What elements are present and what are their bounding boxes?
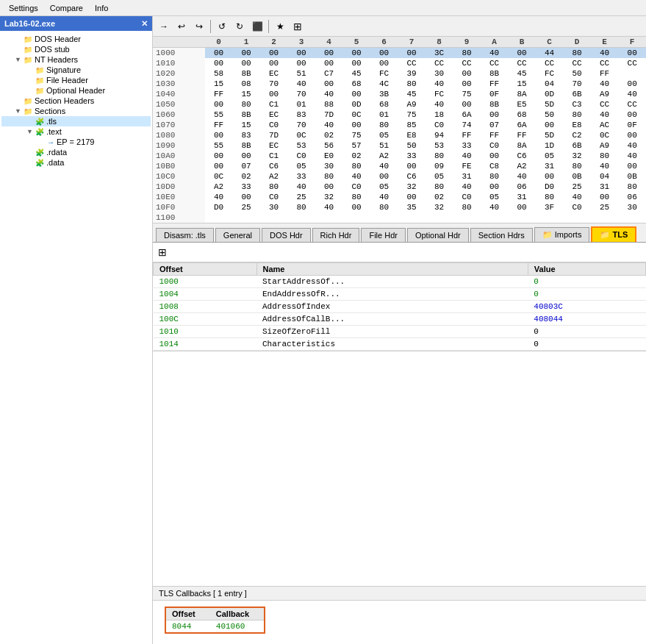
hex-byte-cell[interactable]: 07 bbox=[481, 120, 509, 130]
hex-byte-cell[interactable]: 8B bbox=[232, 68, 260, 79]
hex-byte-cell[interactable] bbox=[260, 212, 288, 223]
hex-byte-cell[interactable]: 8B bbox=[232, 110, 260, 120]
hex-byte-cell[interactable]: 40 bbox=[370, 192, 398, 202]
hex-byte-cell[interactable]: 25 bbox=[563, 182, 591, 192]
hex-byte-cell[interactable]: 00 bbox=[315, 182, 343, 192]
hex-byte-cell[interactable]: 00 bbox=[232, 192, 260, 202]
hex-byte-cell[interactable]: D0 bbox=[205, 202, 233, 212]
hex-byte-cell[interactable] bbox=[618, 68, 646, 79]
hex-byte-cell[interactable]: A2 bbox=[370, 151, 398, 161]
hex-byte-cell[interactable]: 00 bbox=[481, 182, 509, 192]
hex-byte-cell[interactable]: 70 bbox=[260, 79, 288, 89]
hex-byte-cell[interactable] bbox=[287, 212, 315, 223]
tree-item-signature[interactable]: 📁 Signature bbox=[1, 65, 151, 75]
hex-byte-cell[interactable]: 80 bbox=[563, 110, 591, 120]
hex-byte-cell[interactable]: 3F bbox=[536, 202, 564, 212]
hex-byte-cell[interactable]: 00 bbox=[232, 58, 260, 68]
hex-byte-cell[interactable]: 00 bbox=[260, 89, 288, 99]
hex-byte-cell[interactable]: 00 bbox=[205, 161, 233, 171]
hex-byte-cell[interactable]: 0C bbox=[205, 171, 233, 182]
toolbar-btn-redo[interactable]: ↻ bbox=[232, 18, 248, 35]
hex-byte-cell[interactable]: 40 bbox=[481, 202, 509, 212]
hex-byte-cell[interactable]: 75 bbox=[398, 110, 426, 120]
hex-byte-cell[interactable]: 00 bbox=[398, 48, 426, 59]
hex-byte-cell[interactable]: 80 bbox=[287, 202, 315, 212]
hex-byte-cell[interactable]: 33 bbox=[453, 140, 481, 151]
hex-byte-cell[interactable]: 70 bbox=[287, 120, 315, 130]
hex-byte-cell[interactable]: 8A bbox=[508, 89, 536, 99]
tab-optional-hdr[interactable]: Optional Hdr bbox=[407, 228, 469, 242]
hex-byte-cell[interactable]: 50 bbox=[536, 110, 564, 120]
hex-byte-cell[interactable]: C0 bbox=[563, 202, 591, 212]
hex-byte-cell[interactable]: C0 bbox=[260, 192, 288, 202]
hex-byte-cell[interactable]: 33 bbox=[287, 171, 315, 182]
hex-byte-cell[interactable]: 00 bbox=[342, 120, 370, 130]
hex-byte-cell[interactable]: A9 bbox=[398, 99, 426, 110]
hex-byte-cell[interactable] bbox=[205, 212, 233, 223]
hex-byte-cell[interactable]: 00 bbox=[398, 192, 426, 202]
hex-byte-cell[interactable]: 15 bbox=[232, 89, 260, 99]
hex-byte-cell[interactable]: 04 bbox=[536, 79, 564, 89]
tab-disasm[interactable]: Disasm: .tls bbox=[156, 228, 214, 242]
hex-byte-cell[interactable]: CC bbox=[453, 58, 481, 68]
hex-byte-cell[interactable]: 40 bbox=[591, 161, 619, 171]
hex-byte-cell[interactable]: 09 bbox=[426, 161, 453, 171]
hex-byte-cell[interactable]: A9 bbox=[591, 140, 619, 151]
hex-byte-cell[interactable]: 40 bbox=[342, 171, 370, 182]
hex-byte-cell[interactable]: 45 bbox=[342, 68, 370, 79]
menu-info[interactable]: Info bbox=[89, 2, 114, 14]
hex-byte-cell[interactable]: C6 bbox=[260, 161, 288, 171]
hex-byte-cell[interactable]: 06 bbox=[508, 182, 536, 192]
hex-byte-cell[interactable]: 15 bbox=[205, 79, 233, 89]
hex-byte-cell[interactable]: 25 bbox=[232, 202, 260, 212]
hex-byte-cell[interactable]: 05 bbox=[426, 171, 453, 182]
hex-byte-cell[interactable]: 31 bbox=[591, 182, 619, 192]
hex-byte-cell[interactable]: EC bbox=[260, 140, 288, 151]
hex-byte-cell[interactable]: 6A bbox=[453, 110, 481, 120]
hex-byte-cell[interactable]: 6B bbox=[563, 140, 591, 151]
hex-byte-cell[interactable]: 80 bbox=[342, 161, 370, 171]
hex-byte-cell[interactable]: 80 bbox=[370, 120, 398, 130]
hex-byte-cell[interactable]: 57 bbox=[342, 140, 370, 151]
hex-byte-cell[interactable]: C0 bbox=[453, 192, 481, 202]
hex-byte-cell[interactable]: 6B bbox=[563, 89, 591, 99]
hex-byte-cell[interactable]: A9 bbox=[591, 89, 619, 99]
hex-byte-cell[interactable]: 53 bbox=[287, 140, 315, 151]
hex-byte-cell[interactable] bbox=[232, 212, 260, 223]
tree-item-dos-stub[interactable]: 📁 DOS stub bbox=[1, 44, 151, 54]
hex-byte-cell[interactable]: FF bbox=[205, 89, 233, 99]
hex-byte-cell[interactable]: 33 bbox=[232, 182, 260, 192]
hex-byte-cell[interactable]: 80 bbox=[232, 99, 260, 110]
hex-byte-cell[interactable]: 55 bbox=[205, 140, 233, 151]
hex-byte-cell[interactable]: C0 bbox=[287, 151, 315, 161]
tab-toolbar-btn[interactable]: ⊞ bbox=[154, 244, 171, 260]
hex-byte-cell[interactable]: 32 bbox=[398, 182, 426, 192]
hex-byte-cell[interactable]: 00 bbox=[618, 48, 646, 59]
hex-byte-cell[interactable]: EC bbox=[260, 68, 288, 79]
hex-byte-cell[interactable]: 80 bbox=[591, 151, 619, 161]
hex-view[interactable]: 0 1 2 3 4 5 6 7 8 9 A B C bbox=[153, 37, 646, 223]
hex-byte-cell[interactable]: 40 bbox=[453, 151, 481, 161]
hex-byte-cell[interactable] bbox=[342, 212, 370, 223]
hex-byte-cell[interactable]: 44 bbox=[536, 48, 564, 59]
hex-byte-cell[interactable]: 80 bbox=[563, 48, 591, 59]
hex-byte-cell[interactable]: 06 bbox=[618, 192, 646, 202]
hex-byte-cell[interactable]: FE bbox=[453, 161, 481, 171]
tree-item-section-headers[interactable]: 📁 Section Headers bbox=[1, 96, 151, 106]
hex-byte-cell[interactable]: 30 bbox=[618, 202, 646, 212]
hex-byte-cell[interactable]: 01 bbox=[287, 99, 315, 110]
hex-byte-cell[interactable] bbox=[618, 212, 646, 223]
hex-byte-cell[interactable]: 00 bbox=[315, 79, 343, 89]
tab-rich-hdr[interactable]: Rich Hdr bbox=[312, 228, 360, 242]
hex-byte-cell[interactable]: 51 bbox=[370, 140, 398, 151]
hex-byte-cell[interactable] bbox=[508, 212, 536, 223]
tab-imports[interactable]: 📁 Imports bbox=[534, 227, 590, 242]
hex-byte-cell[interactable]: 40 bbox=[287, 182, 315, 192]
hex-byte-cell[interactable]: 80 bbox=[618, 182, 646, 192]
hex-byte-cell[interactable]: 40 bbox=[618, 140, 646, 151]
hex-byte-cell[interactable]: 75 bbox=[453, 89, 481, 99]
hex-byte-cell[interactable]: CC bbox=[481, 58, 509, 68]
hex-byte-cell[interactable]: 80 bbox=[453, 202, 481, 212]
toolbar-btn-back1[interactable]: ↩ bbox=[173, 18, 190, 35]
hex-byte-cell[interactable]: 53 bbox=[426, 140, 453, 151]
